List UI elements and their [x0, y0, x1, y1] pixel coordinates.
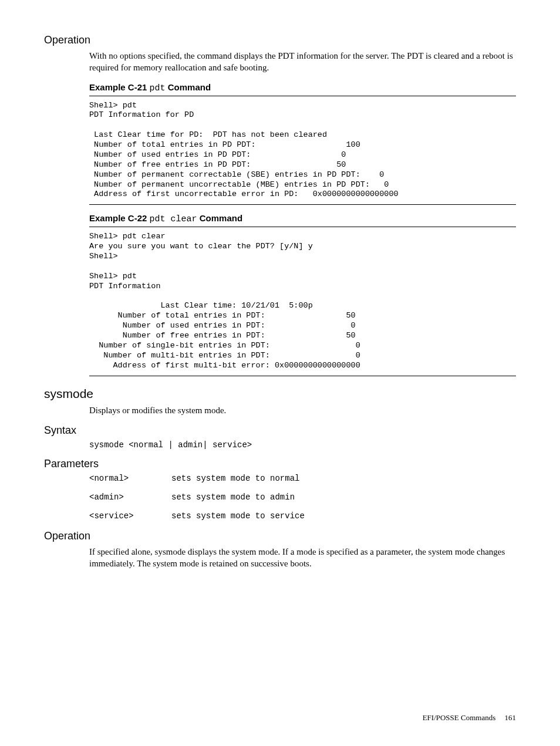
param-row: <admin> sets system mode to admin	[89, 492, 516, 502]
example-c21-cmd: pdt	[150, 83, 166, 93]
example-c22-prefix: Example C-22	[89, 213, 150, 223]
example-c21-suffix: Command	[166, 82, 211, 92]
syntax-heading: Syntax	[44, 424, 516, 437]
sysmode-desc: Displays or modifies the system mode.	[89, 404, 516, 416]
footer-page-number: 161	[505, 713, 517, 722]
example-c21-prefix: Example C-21	[89, 82, 150, 92]
example-c22-cmd: pdt clear	[150, 214, 197, 224]
operation-heading-2: Operation	[44, 530, 516, 542]
param-val: sets system mode to normal	[171, 474, 299, 483]
example-c22-rule-top	[89, 227, 516, 227]
example-c21-rule-top	[89, 96, 516, 96]
param-row: <service> sets system mode to service	[89, 511, 516, 521]
example-c21-title: Example C-21 pdt Command	[89, 82, 516, 93]
example-c22-suffix: Command	[197, 213, 243, 223]
parameters-table: <normal> sets system mode to normal <adm…	[89, 474, 516, 521]
param-key: <admin>	[89, 492, 171, 502]
operation-text-2: If specified alone, sysmode displays the…	[89, 546, 516, 570]
page-footer: EFI/POSSE Commands 161	[423, 713, 516, 723]
param-row: <normal> sets system mode to normal	[89, 474, 516, 483]
param-val: sets system mode to admin	[171, 492, 295, 502]
footer-section: EFI/POSSE Commands	[423, 713, 496, 722]
example-c21-code: Shell> pdt PDT Information for PD Last C…	[89, 101, 516, 200]
example-c21-rule-bottom	[89, 204, 516, 205]
operation-heading-1: Operation	[44, 34, 516, 46]
param-key: <normal>	[89, 474, 171, 483]
operation-text-1: With no options specified, the command d…	[89, 50, 516, 74]
param-val: sets system mode to service	[171, 511, 305, 521]
sysmode-heading: sysmode	[44, 387, 516, 401]
example-c22-code: Shell> pdt clear Are you sure you want t…	[89, 232, 516, 370]
parameters-heading: Parameters	[44, 458, 516, 470]
example-c22-title: Example C-22 pdt clear Command	[89, 213, 516, 224]
example-c22-rule-bottom	[89, 376, 516, 376]
syntax-line: sysmode <normal | admin| service>	[89, 440, 516, 450]
param-key: <service>	[89, 511, 171, 521]
